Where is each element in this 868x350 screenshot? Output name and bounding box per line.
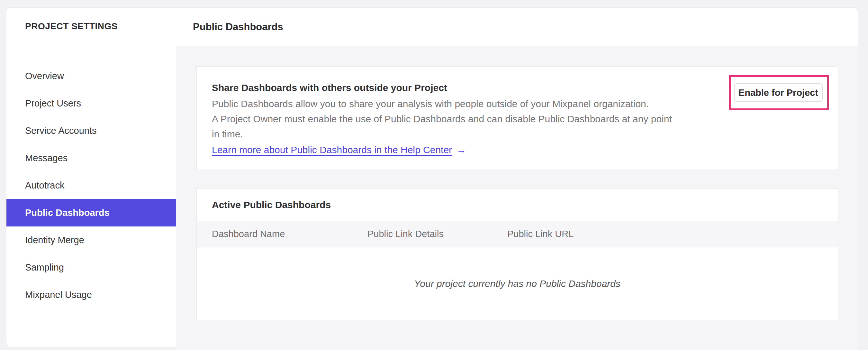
sidebar: PROJECT SETTINGS Overview Project Users … xyxy=(6,7,176,347)
column-header-public-link-details: Public Link Details xyxy=(368,229,507,239)
sidebar-item-label: Service Accounts xyxy=(25,125,96,136)
sidebar-item-label: Autotrack xyxy=(25,180,65,191)
sidebar-item-overview[interactable]: Overview xyxy=(6,62,176,90)
dashboards-table-header: Dashboard Name Public Link Details Publi… xyxy=(197,221,838,247)
dashboards-card-title: Active Public Dashboards xyxy=(212,200,331,210)
column-header-dashboard-name: Dashboard Name xyxy=(212,229,368,239)
sidebar-item-project-users[interactable]: Project Users xyxy=(6,90,176,117)
page-title: Public Dashboards xyxy=(193,21,283,33)
sidebar-item-label: Messages xyxy=(25,153,67,164)
description-line: Public Dashboards allow you to share you… xyxy=(212,96,822,111)
help-center-link[interactable]: Learn more about Public Dashboards in th… xyxy=(212,144,452,155)
sidebar-item-label: Project Users xyxy=(25,98,81,109)
sidebar-item-service-accounts[interactable]: Service Accounts xyxy=(6,117,176,144)
sidebar-item-label: Identity Merge xyxy=(25,235,84,245)
sidebar-item-label: Public Dashboards xyxy=(25,207,110,218)
main-header: Public Dashboards xyxy=(176,8,858,46)
dashboards-empty-row: Your project currently has no Public Das… xyxy=(197,247,838,320)
sidebar-item-autotrack[interactable]: Autotrack xyxy=(6,172,176,199)
share-card-description: Public Dashboards allow you to share you… xyxy=(212,96,822,142)
share-card: Share Dashboards with others outside you… xyxy=(196,66,838,169)
main-panel: Public Dashboards Share Dashboards with … xyxy=(176,7,858,350)
arrow-right-icon: → xyxy=(457,144,466,155)
enable-for-project-button[interactable]: Enable for Project xyxy=(734,83,823,102)
sidebar-item-identity-merge[interactable]: Identity Merge xyxy=(6,227,176,254)
sidebar-item-public-dashboards[interactable]: Public Dashboards xyxy=(6,199,176,227)
sidebar-item-mixpanel-usage[interactable]: Mixpanel Usage xyxy=(6,281,176,309)
sidebar-item-sampling[interactable]: Sampling xyxy=(6,254,176,281)
sidebar-item-label: Mixpanel Usage xyxy=(25,290,92,300)
empty-state-message: Your project currently has no Public Das… xyxy=(414,278,620,289)
description-line: A Project Owner must enable the use of P… xyxy=(212,111,822,126)
share-card-title: Share Dashboards with others outside you… xyxy=(212,82,822,94)
page: PROJECT SETTINGS Overview Project Users … xyxy=(0,0,868,350)
dashboards-card: Active Public Dashboards Dashboard Name … xyxy=(196,188,838,320)
sidebar-title: PROJECT SETTINGS xyxy=(6,8,176,32)
dashboards-card-header: Active Public Dashboards xyxy=(197,189,838,221)
sidebar-item-label: Overview xyxy=(25,71,64,81)
column-header-public-link-url: Public Link URL xyxy=(507,229,838,239)
description-line: in time. xyxy=(212,126,822,142)
help-link-row: Learn more about Public Dashboards in th… xyxy=(212,142,822,157)
content-area: Share Dashboards with others outside you… xyxy=(176,46,858,350)
sidebar-item-label: Sampling xyxy=(25,262,64,273)
sidebar-item-messages[interactable]: Messages xyxy=(6,144,176,172)
sidebar-nav: Overview Project Users Service Accounts … xyxy=(6,62,176,309)
